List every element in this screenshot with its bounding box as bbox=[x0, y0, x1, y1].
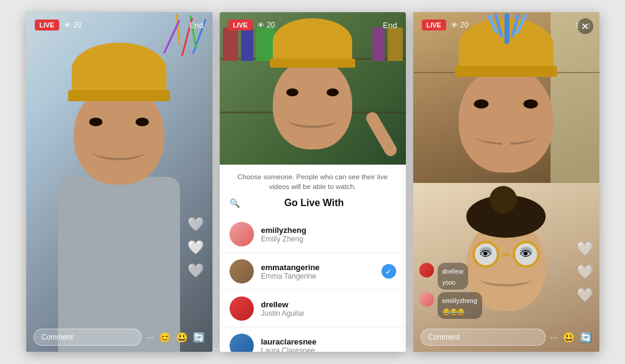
screen1: LIVE 👁 20 End 🤍 🤍 🤍 Comment ··· 😊 bbox=[26, 12, 212, 352]
go-live-dialog: Choose someone. People who can see their… bbox=[220, 165, 406, 216]
screen2-video-area: LIVE 👁 20 End bbox=[220, 12, 406, 165]
more-options-screen1[interactable]: ··· bbox=[146, 332, 154, 342]
username-emmatangerine: emmatangerine bbox=[261, 263, 381, 272]
top-bar-screen3: LIVE 👁 20 End bbox=[413, 12, 599, 38]
live-badge-screen1: LIVE bbox=[35, 20, 59, 30]
choose-text: Choose someone. People who can see their… bbox=[229, 172, 396, 191]
username-lauraclaresnee: lauraclaresnee bbox=[261, 337, 396, 346]
user-item-emiilyzheng[interactable]: emiilyzheng Emiily Zheng bbox=[220, 216, 406, 253]
top-bar-screen1: LIVE 👁 20 End bbox=[26, 12, 212, 38]
username-drellew: drellew bbox=[261, 300, 396, 309]
hearts-screen3: 🤍 🤍 🤍 bbox=[577, 241, 593, 303]
screen2: LIVE 👁 20 End Choose someone. People who… bbox=[220, 12, 406, 352]
refresh-icon-screen3[interactable]: 🔄 bbox=[580, 332, 592, 343]
search-icon[interactable]: 🔍 bbox=[229, 198, 240, 208]
comment-msg-drellew: yooo bbox=[443, 279, 456, 286]
avatar-lauraclaresnee bbox=[229, 334, 254, 352]
realname-emmatangerine: Emma Tangerine bbox=[261, 272, 381, 280]
comment-input-screen1[interactable]: Comment bbox=[34, 329, 142, 346]
heart-icon-s3-3[interactable]: 🤍 bbox=[577, 287, 593, 303]
end-button-screen2[interactable]: End bbox=[383, 21, 397, 30]
screen3-bottom-video: 👁 👁 drellew yooo emiilyzheng bbox=[413, 183, 599, 352]
refresh-icon-screen1[interactable]: 🔄 bbox=[193, 332, 205, 343]
search-title-row: 🔍 Go Live With bbox=[229, 198, 396, 209]
live-badge-screen2: LIVE bbox=[228, 20, 253, 30]
end-button-screen1[interactable]: End bbox=[189, 21, 203, 30]
comment-emiilyzheng: emiilyzheng 😂😂😂 bbox=[419, 292, 482, 319]
close-button-screen3[interactable]: ✕ bbox=[577, 18, 593, 34]
eye-icon-screen3: 👁 bbox=[451, 21, 458, 29]
user-list: emiilyzheng Emiily Zheng emmatangerine E… bbox=[220, 216, 406, 352]
user-item-drellew[interactable]: drellew Justin Aguilar bbox=[220, 290, 406, 327]
user-comments-screen3: drellew yooo emiilyzheng 😂😂😂 bbox=[419, 263, 482, 321]
viewer-count-screen3: 👁 20 bbox=[451, 21, 468, 29]
hearts-screen1: 🤍 🤍 🤍 bbox=[187, 216, 204, 279]
comment-msg-emiilyzheng: 😂😂😂 bbox=[443, 309, 464, 315]
username-emiilyzheng: emiilyzheng bbox=[261, 226, 396, 235]
screens-container: LIVE 👁 20 End 🤍 🤍 🤍 Comment ··· 😊 bbox=[14, 0, 612, 364]
more-options-screen3[interactable]: ··· bbox=[551, 332, 558, 342]
live-badge-screen3: LIVE bbox=[422, 20, 446, 30]
realname-emiilyzheng: Emiily Zheng bbox=[261, 235, 396, 243]
user-item-lauraclaresnee[interactable]: lauraclaresnee Laura Claresnee bbox=[220, 327, 406, 352]
user-info-drellew: drellew Justin Aguilar bbox=[261, 300, 396, 318]
user-info-lauraclaresnee: lauraclaresnee Laura Claresnee bbox=[261, 337, 396, 352]
comment-username-drellew: drellew bbox=[443, 268, 463, 275]
comment-avatar-emiilyzheng bbox=[419, 292, 434, 307]
viewer-count-screen1: 👁 20 bbox=[64, 21, 81, 29]
realname-lauraclaresnee: Laura Claresnee bbox=[261, 346, 396, 352]
realname-drellew: Justin Aguilar bbox=[261, 309, 396, 318]
viewer-count-screen2: 👁 20 bbox=[258, 21, 275, 29]
comment-input-screen3[interactable]: Comment bbox=[421, 329, 546, 346]
go-live-title: Go Live With bbox=[245, 198, 384, 209]
selected-check-emmatangerine: ✓ bbox=[381, 264, 396, 279]
comment-avatar-drellew bbox=[419, 263, 434, 277]
comment-drellew: drellew yooo bbox=[419, 263, 482, 290]
screen1-background: LIVE 👁 20 End 🤍 🤍 🤍 Comment ··· 😊 bbox=[26, 12, 212, 352]
face-icon-screen3[interactable]: 😃 bbox=[563, 332, 575, 343]
heart-icon-3[interactable]: 🤍 bbox=[187, 263, 204, 279]
top-bar-screen2: LIVE 👁 20 End bbox=[220, 12, 406, 38]
eye-icon-screen2: 👁 bbox=[258, 21, 264, 29]
user-info-emiilyzheng: emiilyzheng Emiily Zheng bbox=[261, 226, 396, 243]
comment-text-drellew: drellew yooo bbox=[438, 263, 468, 290]
user-item-emmatangerine[interactable]: emmatangerine Emma Tangerine ✓ bbox=[220, 253, 406, 290]
emoji-icon-screen1[interactable]: 😊 bbox=[159, 332, 171, 343]
heart-icon-s3-1[interactable]: 🤍 bbox=[577, 241, 593, 257]
heart-icon-s3-2[interactable]: 🤍 bbox=[577, 264, 593, 280]
eye-icon-screen1: 👁 bbox=[64, 21, 71, 29]
face-icon-screen1[interactable]: 😃 bbox=[176, 332, 188, 343]
comment-username-emiilyzheng: emiilyzheng bbox=[443, 298, 477, 304]
avatar-emiilyzheng bbox=[229, 222, 254, 246]
heart-icon-1[interactable]: 🤍 bbox=[187, 216, 204, 232]
heart-icon-2[interactable]: 🤍 bbox=[187, 240, 204, 255]
bottom-bar-screen3: Comment ··· 😃 🔄 bbox=[413, 323, 599, 352]
screen3: LIVE 👁 20 End ✕ bbox=[413, 12, 599, 352]
user-info-emmatangerine: emmatangerine Emma Tangerine bbox=[261, 263, 381, 280]
avatar-emmatangerine bbox=[229, 259, 254, 284]
bottom-bar-screen1: Comment ··· 😊 😃 🔄 bbox=[26, 323, 212, 352]
avatar-drellew bbox=[229, 296, 254, 321]
comment-text-emiilyzheng: emiilyzheng 😂😂😂 bbox=[438, 292, 482, 319]
screen3-top-video: LIVE 👁 20 End ✕ bbox=[413, 12, 599, 183]
